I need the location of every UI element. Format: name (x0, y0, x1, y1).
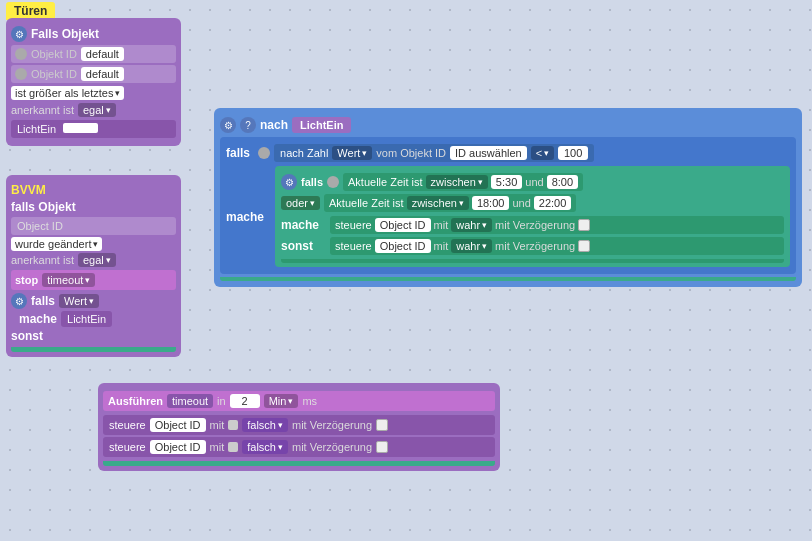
wahr-dropdown-1[interactable]: wahr (451, 218, 492, 232)
min-dropdown[interactable]: Min (264, 394, 299, 408)
falls-objekt-container: ⚙ Falls Objekt Objekt ID default Objekt … (6, 18, 181, 146)
gear-icon-right[interactable]: ⚙ (220, 117, 236, 133)
right-main-container: ⚙ ? nach LichtEin falls nach Zahl Wert v… (214, 108, 802, 287)
mit-label-2: mit (434, 240, 449, 252)
anerkannt-label-1: anerkannt ist (11, 104, 74, 116)
zwischen-dropdown-2[interactable]: zwischen (407, 196, 469, 210)
val-2[interactable]: 2 (230, 394, 260, 408)
ist-groesser-dropdown[interactable]: ist größer als letztes (11, 86, 124, 100)
mache-label-right: mache (226, 210, 271, 224)
mit-verz-bottom-2: mit Verzögerung (292, 441, 372, 453)
steuere-bottom-2: steuere (109, 441, 146, 453)
lt-dropdown[interactable]: < (531, 146, 554, 160)
egal-dropdown-1[interactable]: egal (78, 103, 116, 117)
mit-label-1: mit (434, 219, 449, 231)
connector-dot-1 (15, 48, 27, 60)
falsch-dropdown-2[interactable]: falsch (242, 440, 288, 454)
ms-label: ms (302, 395, 317, 407)
falls-inner-label: falls (301, 176, 323, 188)
und-label-2: und (512, 197, 530, 209)
gear-icon-inner[interactable]: ⚙ (281, 174, 297, 190)
aktuelle-label-1: Aktuelle Zeit ist (348, 176, 423, 188)
falsch-dropdown-1[interactable]: falsch (242, 418, 288, 432)
time1-end[interactable]: 8:00 (547, 175, 578, 189)
bottom-bar-bvvm (11, 347, 176, 352)
id-auswahlen[interactable]: ID auswählen (450, 146, 527, 160)
gear-icon-1[interactable]: ⚙ (11, 26, 27, 42)
mit-bottom-2: mit (210, 441, 225, 453)
sonst-bottom-container: Ausführen timeout in 2 Min ms steuere Ob… (98, 383, 500, 471)
mit-verz-bottom-1: mit Verzögerung (292, 419, 372, 431)
timeout-dropdown[interactable]: timeout (42, 273, 95, 287)
aktuelle-label-2: Aktuelle Zeit ist (329, 197, 404, 209)
connector-dot-2 (15, 68, 27, 80)
bvvm-container: BVVM falls Objekt Object ID wurde geände… (6, 175, 181, 357)
gear-icon-2[interactable]: ⚙ (11, 293, 27, 309)
time1-start[interactable]: 5:30 (491, 175, 522, 189)
sonst-label-bvvm: sonst (11, 329, 43, 343)
steuere-label-1: steuere (335, 219, 372, 231)
egal-dropdown-2[interactable]: egal (78, 253, 116, 267)
objekt-id-label-1: Objekt ID (31, 48, 77, 60)
object-id-label-bvvm: Object ID (17, 220, 63, 232)
lichtein-label-1: LichtEin (17, 123, 56, 135)
verz-checkbox-bottom-2[interactable] (376, 441, 388, 453)
falls-label-bvvm: falls (31, 294, 55, 308)
steuere-bottom-1: steuere (109, 419, 146, 431)
sonst-label-right: sonst (281, 239, 326, 253)
connector-right-1 (258, 147, 270, 159)
wurde-dropdown[interactable]: wurde geändert (11, 237, 102, 251)
sonst-bottom-bar (103, 461, 495, 466)
object-id-bottom-2[interactable]: Object ID (150, 440, 206, 454)
mit-verz-label-1: mit Verzögerung (495, 219, 575, 231)
teal-bottom-bar (281, 259, 784, 263)
connector-bottom-1 (228, 420, 238, 430)
q-icon[interactable]: ? (240, 117, 256, 133)
und-label-1: und (525, 176, 543, 188)
falls-label-right: falls (226, 146, 250, 160)
object-id-bottom-1[interactable]: Object ID (150, 418, 206, 432)
connector-inner-1 (327, 176, 339, 188)
object-id-right-2[interactable]: Object ID (375, 239, 431, 253)
mit-verz-label-2: mit Verzögerung (495, 240, 575, 252)
connector-bottom-2 (228, 442, 238, 452)
anerkannt-label-2: anerkannt ist (11, 254, 74, 266)
vom-label: vom Objekt ID (376, 147, 446, 159)
wahr-dropdown-2[interactable]: wahr (451, 239, 492, 253)
nach-label: nach (260, 118, 288, 132)
ausfuehren-label: Ausführen (108, 395, 163, 407)
mit-bottom-1: mit (210, 419, 225, 431)
in-label-bottom: in (217, 395, 226, 407)
objekt-id-value-2[interactable]: default (81, 67, 124, 81)
zwischen-dropdown-1[interactable]: zwischen (426, 175, 488, 189)
verz-checkbox-bottom-1[interactable] (376, 419, 388, 431)
nach-zahl-label: nach Zahl (280, 147, 328, 159)
val-100[interactable]: 100 (558, 146, 588, 160)
falls-objekt-label-2: falls Objekt (11, 200, 76, 214)
stop-label: stop (15, 274, 38, 286)
falls-objekt-label: Falls Objekt (31, 27, 99, 41)
time2-start[interactable]: 18:00 (472, 196, 510, 210)
wert-right-dropdown[interactable]: Wert (332, 146, 372, 160)
mache-label-bvvm: mache (19, 312, 57, 326)
wert-dropdown[interactable]: Wert (59, 294, 99, 308)
lichtein-input-1[interactable] (63, 123, 98, 133)
oder-dropdown[interactable]: oder (281, 196, 320, 210)
steuere-label-2: steuere (335, 240, 372, 252)
objekt-id-value-1[interactable]: default (81, 47, 124, 61)
timeout-badge-bottom: timeout (167, 394, 213, 408)
bvvm-label: BVVM (11, 183, 46, 197)
time2-end[interactable]: 22:00 (534, 196, 572, 210)
objekt-id-label-2: Objekt ID (31, 68, 77, 80)
lichtein-label-bvvm: LichtEin (67, 313, 106, 325)
verz-checkbox-2[interactable] (578, 240, 590, 252)
verz-checkbox-1[interactable] (578, 219, 590, 231)
mache2-label: mache (281, 218, 326, 232)
lichtein-badge: LichtEin (292, 117, 351, 133)
blue-bottom-bar (220, 277, 796, 281)
object-id-right-1[interactable]: Object ID (375, 218, 431, 232)
